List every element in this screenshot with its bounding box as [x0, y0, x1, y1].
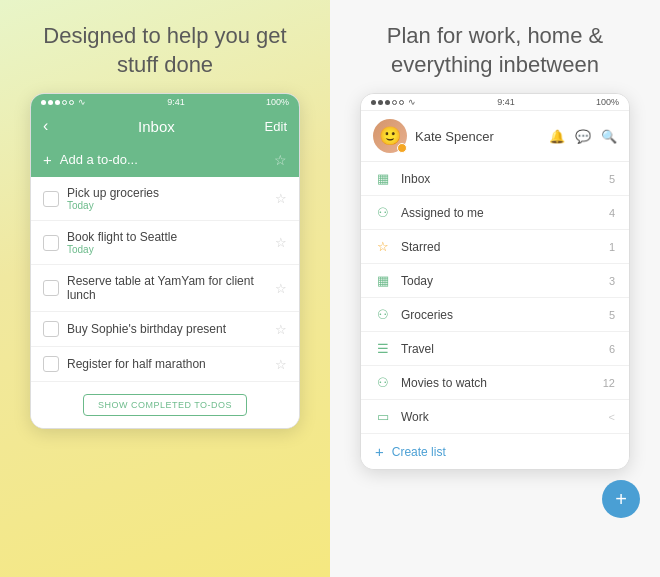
todo-item-2[interactable]: Book flight to Seattle Today ☆ — [31, 221, 299, 265]
menu-item-travel[interactable]: ☰ Travel 6 — [361, 332, 629, 366]
menu-label-work: Work — [401, 410, 599, 424]
rdot3 — [385, 100, 390, 105]
todo-content-5: Register for half marathon — [67, 357, 267, 371]
right-battery: 100% — [596, 97, 619, 107]
chat-icon[interactable]: 💬 — [575, 129, 591, 144]
add-plus-icon: + — [43, 151, 52, 168]
menu-list: ▦ Inbox 5 ⚇ Assigned to me 4 ☆ Starred 1… — [361, 162, 629, 434]
checkbox-4[interactable] — [43, 321, 59, 337]
menu-count-movies: 12 — [603, 377, 615, 389]
menu-label-inbox: Inbox — [401, 172, 599, 186]
menu-item-inbox[interactable]: ▦ Inbox 5 — [361, 162, 629, 196]
checkbox-3[interactable] — [43, 280, 59, 296]
show-completed-button[interactable]: SHOW COMPLETED TO-DOS — [83, 394, 247, 416]
right-signal-dots — [371, 100, 404, 105]
phone-right: ∿ 9:41 100% 🙂 Kate Spencer 🔔 💬 🔍 ▦ — [360, 93, 630, 470]
dot2 — [48, 100, 53, 105]
menu-count-assigned: 4 — [609, 207, 615, 219]
todo-title-5: Register for half marathon — [67, 357, 267, 371]
left-battery: 100% — [266, 97, 289, 107]
back-button[interactable]: ‹ — [43, 117, 48, 135]
star-icon: ☆ — [375, 239, 391, 254]
menu-chevron-work: < — [609, 411, 615, 423]
wifi-icon: ∿ — [78, 97, 86, 107]
menu-item-work[interactable]: ▭ Work < — [361, 400, 629, 434]
menu-label-starred: Starred — [401, 240, 599, 254]
todo-title-3: Reserve table at YamYam for client lunch — [67, 274, 267, 302]
todo-star-4[interactable]: ☆ — [275, 322, 287, 337]
menu-label-travel: Travel — [401, 342, 599, 356]
todo-star-2[interactable]: ☆ — [275, 235, 287, 250]
add-todo-placeholder: Add a to-do... — [60, 152, 266, 167]
fab-button[interactable]: + — [602, 480, 640, 518]
todo-item-5[interactable]: Register for half marathon ☆ — [31, 347, 299, 382]
inbox-icon: ▦ — [375, 171, 391, 186]
profile-icons: 🔔 💬 🔍 — [549, 129, 617, 144]
menu-count-inbox: 5 — [609, 173, 615, 185]
left-status-bar: ∿ 9:41 100% — [31, 94, 299, 110]
menu-label-groceries: Groceries — [401, 308, 599, 322]
add-todo-star-icon: ☆ — [274, 152, 287, 168]
checkbox-2[interactable] — [43, 235, 59, 251]
right-wifi-icon: ∿ — [408, 97, 416, 107]
todo-list: Pick up groceries Today ☆ Book flight to… — [31, 177, 299, 382]
todo-star-1[interactable]: ☆ — [275, 191, 287, 206]
create-list-row[interactable]: + Create list — [361, 434, 629, 469]
checkbox-1[interactable] — [43, 191, 59, 207]
todo-star-5[interactable]: ☆ — [275, 357, 287, 372]
left-navbar: ‹ Inbox Edit — [31, 110, 299, 142]
dot1 — [41, 100, 46, 105]
todo-title-4: Buy Sophie's birthday present — [67, 322, 267, 336]
search-icon[interactable]: 🔍 — [601, 129, 617, 144]
todo-content-1: Pick up groceries Today — [67, 186, 267, 211]
menu-label-assigned: Assigned to me — [401, 206, 599, 220]
menu-item-starred[interactable]: ☆ Starred 1 — [361, 230, 629, 264]
left-time: 9:41 — [167, 97, 185, 107]
work-icon: ▭ — [375, 409, 391, 424]
todo-content-4: Buy Sophie's birthday present — [67, 322, 267, 336]
todo-title-1: Pick up groceries — [67, 186, 267, 200]
todo-content-2: Book flight to Seattle Today — [67, 230, 267, 255]
right-status-bar: ∿ 9:41 100% — [361, 94, 629, 111]
bell-icon[interactable]: 🔔 — [549, 129, 565, 144]
profile-name: Kate Spencer — [415, 129, 541, 144]
add-todo-row[interactable]: + Add a to-do... ☆ — [31, 142, 299, 177]
right-time: 9:41 — [497, 97, 515, 107]
travel-icon: ☰ — [375, 341, 391, 356]
phone-left: ∿ 9:41 100% ‹ Inbox Edit + Add a to-do..… — [30, 93, 300, 429]
menu-item-today[interactable]: ▦ Today 3 — [361, 264, 629, 298]
left-panel: Designed to help you get stuff done ∿ 9:… — [0, 0, 330, 577]
edit-button[interactable]: Edit — [265, 119, 287, 134]
profile-header: 🙂 Kate Spencer 🔔 💬 🔍 — [361, 111, 629, 162]
todo-item-4[interactable]: Buy Sophie's birthday present ☆ — [31, 312, 299, 347]
todo-sub-2: Today — [67, 244, 267, 255]
right-status-left: ∿ — [371, 97, 416, 107]
todo-item-3[interactable]: Reserve table at YamYam for client lunch… — [31, 265, 299, 312]
menu-item-groceries[interactable]: ⚇ Groceries 5 — [361, 298, 629, 332]
rdot2 — [378, 100, 383, 105]
movies-icon: ⚇ — [375, 375, 391, 390]
right-headline: Plan for work, home & everything inbetwe… — [330, 0, 660, 93]
signal-dots — [41, 100, 74, 105]
person-icon: ⚇ — [375, 205, 391, 220]
dot5 — [69, 100, 74, 105]
rdot5 — [399, 100, 404, 105]
left-headline: Designed to help you get stuff done — [0, 0, 330, 93]
checkbox-5[interactable] — [43, 356, 59, 372]
menu-item-assigned[interactable]: ⚇ Assigned to me 4 — [361, 196, 629, 230]
todo-content-3: Reserve table at YamYam for client lunch — [67, 274, 267, 302]
todo-sub-1: Today — [67, 200, 267, 211]
avatar-wrap[interactable]: 🙂 — [373, 119, 407, 153]
menu-count-starred: 1 — [609, 241, 615, 253]
menu-count-groceries: 5 — [609, 309, 615, 321]
todo-item-1[interactable]: Pick up groceries Today ☆ — [31, 177, 299, 221]
menu-label-movies: Movies to watch — [401, 376, 593, 390]
menu-item-movies[interactable]: ⚇ Movies to watch 12 — [361, 366, 629, 400]
groceries-icon: ⚇ — [375, 307, 391, 322]
todo-star-3[interactable]: ☆ — [275, 281, 287, 296]
create-list-label: Create list — [392, 445, 446, 459]
nav-title: Inbox — [138, 118, 175, 135]
calendar-icon: ▦ — [375, 273, 391, 288]
rdot1 — [371, 100, 376, 105]
menu-label-today: Today — [401, 274, 599, 288]
